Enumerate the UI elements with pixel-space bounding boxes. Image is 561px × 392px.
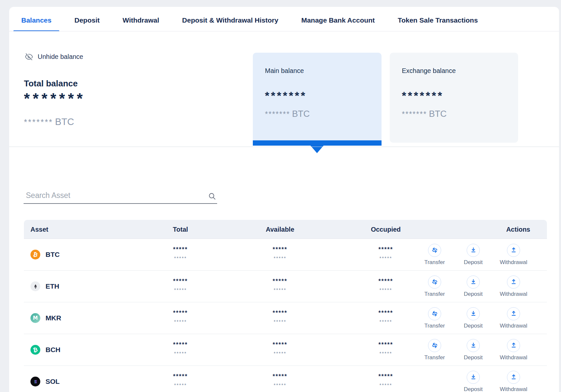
occupied-value-cell: **********: [378, 278, 393, 293]
column-header-available: Available: [266, 225, 294, 233]
available-value-cell: **********: [272, 341, 287, 356]
deposit-button[interactable]: Deposit: [455, 371, 491, 392]
transfer-button-label: Transfer: [424, 259, 445, 266]
transfer-button-label: Transfer: [424, 354, 445, 361]
asset-symbol: BCH: [46, 346, 61, 354]
download-arrow-icon: [467, 371, 480, 384]
available-masked-value: *****: [272, 341, 287, 348]
tab-deposit[interactable]: Deposit: [66, 9, 107, 31]
deposit-button-label: Deposit: [464, 354, 483, 361]
asset-table: AssetTotalAvailableOccupiedActions ₿BTC*…: [24, 220, 547, 392]
btc-coin-icon: ₿: [30, 250, 40, 259]
column-header-occupied: Occupied: [371, 225, 401, 233]
upload-arrow-icon: [507, 307, 520, 320]
withdrawal-button-label: Withdrawal: [500, 323, 527, 329]
occupied-value-cell: **********: [378, 310, 393, 324]
available-masked-value: *****: [272, 246, 287, 253]
asset-symbol: BTC: [46, 251, 60, 258]
withdrawal-button-label: Withdrawal: [500, 259, 527, 266]
column-header-asset: Asset: [30, 225, 48, 233]
asset-cell: SOL: [30, 366, 60, 392]
download-arrow-icon: [467, 339, 480, 352]
tab-manage-bank-account[interactable]: Manage Bank Account: [293, 9, 383, 31]
unhide-balance-toggle[interactable]: Unhide balance: [25, 52, 83, 61]
search-asset-field: [24, 188, 217, 204]
withdrawal-button[interactable]: Withdrawal: [494, 276, 533, 297]
available-masked-value: *****: [272, 310, 287, 316]
exchange-balance-btc-line: *******BTC: [402, 109, 447, 119]
asset-symbol: SOL: [46, 378, 60, 385]
deposit-button-label: Deposit: [464, 323, 483, 329]
exchange-balance-card[interactable]: Exchange balance ******* *******BTC: [390, 53, 518, 143]
occupied-masked-sub-value: *****: [378, 350, 393, 356]
search-input[interactable]: [24, 188, 200, 203]
asset-cell: ₿BTC: [30, 239, 60, 270]
available-masked-sub-value: *****: [272, 382, 287, 388]
tab-balances[interactable]: Balances: [13, 9, 59, 31]
asset-row-btc: ₿BTC******************************Transf…: [24, 239, 547, 271]
exchange-balance-masked-value: *******: [402, 89, 444, 102]
deposit-button-label: Deposit: [464, 259, 483, 266]
transfer-button[interactable]: Transfer: [417, 307, 453, 329]
asset-symbol: MKR: [46, 314, 61, 322]
asset-table-header: AssetTotalAvailableOccupiedActions: [24, 220, 547, 239]
asset-row-bch: ₿BCH******************************Transf…: [24, 334, 547, 366]
main-balance-masked-value: *******: [265, 89, 307, 102]
transfer-button[interactable]: Transfer: [417, 244, 453, 266]
transfer-arrows-icon: [428, 276, 441, 289]
asset-row-mkr: MMKR******************************Transf…: [24, 302, 547, 334]
main-balance-card[interactable]: Main balance ******* *******BTC: [253, 53, 382, 140]
deposit-button-label: Deposit: [464, 291, 483, 297]
asset-cell: MMKR: [30, 302, 61, 334]
transfer-arrows-icon: [428, 307, 441, 320]
total-balance-masked-btc: *******: [24, 117, 53, 127]
available-masked-sub-value: *****: [272, 287, 287, 293]
tab-bar: BalancesDepositWithdrawalDeposit & Withd…: [13, 9, 486, 31]
withdrawal-button[interactable]: Withdrawal: [494, 339, 533, 361]
asset-row-eth: ETH******************************Transfe…: [24, 271, 547, 302]
deposit-button[interactable]: Deposit: [455, 339, 491, 361]
bch-coin-icon: ₿: [30, 345, 40, 355]
occupied-masked-value: *****: [378, 278, 393, 285]
total-masked-sub-value: *****: [173, 287, 188, 293]
transfer-arrows-icon: [428, 339, 441, 352]
download-arrow-icon: [467, 244, 480, 257]
tab-withdrawal[interactable]: Withdrawal: [115, 9, 167, 31]
main-balance-masked-btc: *******: [265, 110, 290, 118]
total-masked-sub-value: *****: [173, 319, 188, 324]
withdrawal-button[interactable]: Withdrawal: [494, 307, 533, 329]
tab-token-sale-transactions[interactable]: Token Sale Transactions: [390, 9, 486, 31]
withdrawal-button[interactable]: Withdrawal: [494, 244, 533, 266]
total-value-cell: **********: [173, 373, 188, 388]
deposit-button[interactable]: Deposit: [455, 244, 491, 266]
actions-cell: TransferDepositWithdrawal: [417, 334, 533, 365]
deposit-button[interactable]: Deposit: [455, 276, 491, 297]
asset-row-sol: SOL******************************Deposit…: [24, 366, 547, 392]
actions-cell: TransferDepositWithdrawal: [417, 271, 533, 302]
withdrawal-button[interactable]: Withdrawal: [494, 371, 533, 392]
main-balance-currency: BTC: [292, 109, 310, 119]
search-icon[interactable]: [208, 192, 216, 201]
tab-deposit-withdrawal-history[interactable]: Deposit & Withdrawal History: [174, 9, 286, 31]
available-masked-value: *****: [272, 373, 287, 380]
transfer-button[interactable]: Transfer: [417, 276, 453, 297]
total-masked-value: *****: [173, 278, 188, 285]
occupied-masked-value: *****: [378, 246, 393, 253]
upload-arrow-icon: [507, 244, 520, 257]
deposit-button[interactable]: Deposit: [455, 307, 491, 329]
exchange-balance-currency: BTC: [429, 109, 447, 119]
occupied-masked-sub-value: *****: [378, 255, 393, 261]
total-masked-value: *****: [173, 341, 188, 348]
occupied-value-cell: **********: [378, 341, 393, 356]
transfer-button[interactable]: Transfer: [417, 339, 453, 361]
tabbar-divider: [9, 31, 559, 31]
transfer-arrows-icon: [428, 244, 441, 257]
total-masked-sub-value: *****: [173, 350, 188, 356]
asset-symbol: ETH: [46, 282, 59, 290]
occupied-value-cell: **********: [378, 246, 393, 261]
occupied-masked-sub-value: *****: [378, 319, 393, 324]
actions-cell: DepositWithdrawal: [455, 366, 533, 392]
actions-cell: TransferDepositWithdrawal: [417, 302, 533, 334]
download-arrow-icon: [467, 307, 480, 320]
transfer-button-label: Transfer: [424, 291, 445, 297]
